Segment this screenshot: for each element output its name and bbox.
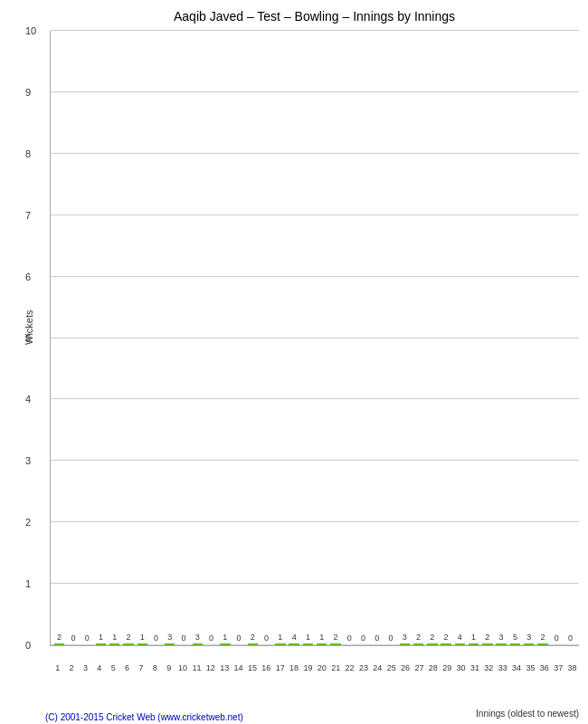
bar-label-2: 0 xyxy=(71,634,75,643)
x-tick-16: 16 xyxy=(260,663,273,672)
bar-label-36: 2 xyxy=(540,633,545,642)
x-tick-8: 8 xyxy=(148,663,162,672)
bar-11: 3 xyxy=(193,643,203,645)
bar-label-10: 0 xyxy=(182,634,186,643)
bar-34: 5 xyxy=(510,643,520,645)
x-tick-12: 12 xyxy=(204,663,217,672)
x-tick-7: 7 xyxy=(134,663,147,672)
bar-group-34: 5 xyxy=(508,643,522,645)
bar-group-33: 3 xyxy=(495,643,508,645)
bar-15: 2 xyxy=(248,643,258,645)
bar-label-14: 0 xyxy=(237,634,242,643)
bar-label-29: 2 xyxy=(444,633,449,642)
x-tick-32: 32 xyxy=(482,663,496,672)
bar-group-30: 4 xyxy=(453,643,467,645)
x-tick-5: 5 xyxy=(107,663,120,672)
x-tick-22: 22 xyxy=(343,663,356,672)
bar-27: 2 xyxy=(413,643,423,645)
bar-28: 2 xyxy=(427,643,437,645)
bar-label-28: 2 xyxy=(430,633,434,642)
x-tick-15: 15 xyxy=(245,663,259,672)
bar-group-18: 4 xyxy=(288,643,301,645)
bar-group-1: 2 xyxy=(52,643,66,645)
bar-label-19: 1 xyxy=(306,633,310,642)
bar-4: 1 xyxy=(96,643,106,645)
bar-36: 2 xyxy=(537,643,547,645)
bar-group-26: 3 xyxy=(398,643,412,645)
bar-label-9: 3 xyxy=(167,633,172,642)
bar-13: 1 xyxy=(220,643,230,645)
x-tick-30: 30 xyxy=(454,663,468,672)
copyright-text: (C) 2001-2015 Cricket Web (www.cricketwe… xyxy=(45,712,243,722)
x-tick-34: 34 xyxy=(509,663,523,672)
x-tick-4: 4 xyxy=(92,663,106,672)
bar-label-33: 3 xyxy=(499,633,504,642)
bar-group-27: 2 xyxy=(412,643,425,645)
y-tick-7: 7 xyxy=(25,210,31,221)
bar-group-29: 2 xyxy=(439,643,452,645)
bar-group-5: 1 xyxy=(108,643,121,645)
x-tick-37: 37 xyxy=(552,663,565,672)
x-tick-27: 27 xyxy=(413,663,426,672)
bar-17: 1 xyxy=(275,643,285,645)
bar-label-27: 2 xyxy=(416,633,421,642)
bar-label-37: 0 xyxy=(555,634,559,643)
x-tick-17: 17 xyxy=(273,663,287,672)
x-axis-title: Innings (oldest to newest) xyxy=(476,709,579,719)
bar-32: 2 xyxy=(482,643,492,645)
x-tick-25: 25 xyxy=(384,663,398,672)
bar-label-26: 3 xyxy=(403,633,407,642)
y-tick-10: 10 xyxy=(25,25,36,36)
bar-group-6: 2 xyxy=(121,643,135,645)
bar-label-25: 0 xyxy=(388,634,393,643)
x-tick-28: 28 xyxy=(426,663,440,672)
bar-21: 2 xyxy=(330,643,340,645)
x-tick-23: 23 xyxy=(356,663,370,672)
bar-label-3: 0 xyxy=(85,634,90,643)
bar-group-32: 2 xyxy=(480,643,494,645)
bar-group-21: 2 xyxy=(328,643,342,645)
chart-title: Aaqib Javed – Test – Bowling – Innings b… xyxy=(50,9,579,24)
bar-group-19: 1 xyxy=(301,643,315,645)
bar-label-4: 1 xyxy=(99,633,103,642)
x-tick-3: 3 xyxy=(79,663,92,672)
bar-label-5: 1 xyxy=(112,633,117,642)
bar-30: 4 xyxy=(455,643,465,645)
bar-group-7: 1 xyxy=(136,643,149,645)
x-tick-36: 36 xyxy=(537,663,551,672)
bar-label-17: 1 xyxy=(278,633,282,642)
bar-label-6: 2 xyxy=(126,633,130,642)
bar-label-20: 1 xyxy=(319,633,324,642)
y-tick-4: 4 xyxy=(25,394,31,405)
y-tick-3: 3 xyxy=(25,455,31,466)
x-tick-6: 6 xyxy=(120,663,134,672)
bar-26: 3 xyxy=(400,643,410,645)
bar-label-1: 2 xyxy=(57,633,62,642)
x-tick-2: 2 xyxy=(64,663,78,672)
bar-label-12: 0 xyxy=(209,634,213,643)
bar-35: 3 xyxy=(524,643,534,645)
x-tick-9: 9 xyxy=(162,663,175,672)
bar-label-16: 0 xyxy=(264,634,269,643)
bar-group-4: 1 xyxy=(94,643,108,645)
y-tick-2: 2 xyxy=(25,517,31,528)
x-tick-21: 21 xyxy=(329,663,343,672)
x-tick-18: 18 xyxy=(287,663,300,672)
bar-1: 2 xyxy=(54,643,64,645)
bar-7: 1 xyxy=(138,643,147,645)
x-tick-26: 26 xyxy=(398,663,412,672)
bar-31: 1 xyxy=(469,643,479,645)
bar-label-7: 1 xyxy=(140,633,145,642)
bar-19: 1 xyxy=(303,643,313,645)
bar-group-13: 1 xyxy=(218,643,232,645)
bar-group-20: 1 xyxy=(315,643,328,645)
bar-5: 1 xyxy=(109,643,119,645)
x-tick-38: 38 xyxy=(565,663,579,672)
bar-group-11: 3 xyxy=(191,643,204,645)
x-tick-31: 31 xyxy=(468,663,481,672)
x-tick-14: 14 xyxy=(232,663,245,672)
bar-6: 2 xyxy=(123,643,133,645)
bar-20: 1 xyxy=(317,643,327,645)
x-tick-10: 10 xyxy=(175,663,189,672)
y-tick-6: 6 xyxy=(25,272,31,282)
